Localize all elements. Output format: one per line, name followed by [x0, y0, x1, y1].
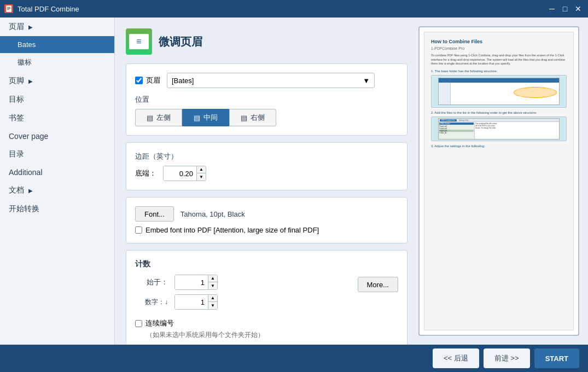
sidebar-item-header-label: 页眉	[9, 22, 24, 32]
titlebar: Total PDF Combine ─ □ ✕	[0, 0, 588, 18]
font-button[interactable]: Font...	[135, 206, 174, 222]
minimize-button[interactable]: ─	[546, 3, 557, 14]
position-right-button[interactable]: ▤ 右侧	[229, 109, 276, 126]
margin-card: 边距（英寸） 底端： ▲ ▼	[126, 142, 407, 190]
count-start-input[interactable]	[175, 275, 208, 289]
count-card: 计数 始于： ▲ ▼	[126, 250, 407, 345]
svg-rect-1	[7, 7, 10, 8]
main-layout: 页眉 Bates 徽标 页脚 目标 书签 Cover page 目录 Addit…	[0, 18, 588, 345]
sidebar-item-document[interactable]: 文档	[0, 181, 114, 200]
count-digit-row: 数字：↓ ▲ ▼	[135, 294, 218, 310]
count-digit-label: 数字：↓	[135, 298, 168, 307]
position-center-icon: ▤	[194, 114, 200, 122]
embed-font-label[interactable]: Embed font into PDF [Attention, large si…	[135, 226, 398, 234]
sidebar-item-bookmark-label: 书签	[9, 113, 24, 123]
sidebar-item-bates[interactable]: Bates	[0, 36, 114, 53]
sidebar-item-target-label: 目标	[9, 95, 24, 104]
header-row: 页眉 [Bates] ▼	[135, 73, 398, 88]
sidebar-item-footer[interactable]: 页脚	[0, 72, 114, 90]
header-checkbox[interactable]	[135, 77, 143, 84]
sidebar-item-cover[interactable]: Cover page	[0, 127, 114, 145]
sidebar-item-stamp[interactable]: 徽标	[0, 53, 114, 72]
margin-spin-down[interactable]: ▼	[197, 173, 206, 181]
preview-step3: 3. Adjust the settings in the following:	[431, 144, 567, 148]
header-checkbox-label[interactable]: 页眉	[135, 75, 160, 85]
position-left-icon: ▤	[147, 114, 153, 122]
sidebar-item-footer-label: 页脚	[9, 76, 24, 86]
seq-checkbox-label[interactable]: 连续编号	[135, 318, 398, 328]
count-start-spin-up[interactable]: ▲	[208, 275, 217, 282]
margin-section-label: 边距（英寸）	[135, 152, 398, 161]
svg-rect-3	[7, 9, 9, 10]
sidebar-item-toc-label: 目录	[9, 149, 24, 159]
preview-page-title: How to Combine Files	[431, 39, 567, 44]
font-row: Font... Tahoma, 10pt, Black	[135, 206, 398, 222]
preview-screenshot1	[431, 75, 567, 108]
margin-row: 底端： ▲ ▼	[135, 166, 398, 181]
sidebar-item-toc[interactable]: 目录	[0, 145, 114, 164]
count-start-input-wrapper: ▲ ▼	[174, 275, 218, 290]
sidebar-item-header[interactable]: 页眉	[0, 18, 114, 36]
sequential-section: 连续编号 （如果未选中系统采用每个文件夹开始） Session sequenti…	[135, 318, 398, 345]
svg-rect-2	[7, 8, 10, 9]
sidebar: 页眉 Bates 徽标 页脚 目标 书签 Cover page 目录 Addit…	[0, 18, 115, 345]
position-center-button[interactable]: ▤ 中间	[182, 109, 229, 126]
count-inputs: 始于： ▲ ▼ 数字：↓	[135, 275, 218, 314]
preview-page: How to Combine Files 1-PDFCombine Pro To…	[424, 32, 574, 330]
font-info: Tahoma, 10pt, Black	[181, 210, 245, 218]
dropdown-arrow-icon: ▼	[363, 77, 370, 85]
sidebar-item-stamp-label: 徽标	[18, 57, 32, 67]
sidebar-item-target[interactable]: 目标	[0, 90, 114, 109]
position-left-label: 左侧	[156, 113, 171, 123]
margin-spin-up[interactable]: ▲	[197, 166, 206, 173]
sidebar-item-bates-label: Bates	[18, 40, 36, 49]
position-section-label: 位置	[135, 95, 398, 104]
seq-checkbox[interactable]	[135, 320, 142, 327]
sidebar-item-additional-label: Additional	[9, 168, 43, 177]
margin-bottom-input[interactable]	[164, 166, 196, 181]
more-button[interactable]: More...	[358, 277, 398, 292]
preview-step1: 1. The base folder has the following str…	[431, 69, 567, 73]
count-start-row: 始于： ▲ ▼	[135, 275, 218, 290]
sidebar-item-cover-label: Cover page	[9, 132, 48, 141]
sidebar-item-convert-label: 开始转换	[9, 204, 39, 214]
position-left-button[interactable]: ▤ 左侧	[135, 109, 182, 126]
embed-font-checkbox[interactable]	[135, 226, 142, 234]
seq-hint: （如果未选中系统采用每个文件夹开始）	[146, 330, 398, 340]
page-header-icon	[126, 28, 152, 55]
preview-box: How to Combine Files 1-PDFCombine Pro To…	[418, 26, 579, 336]
margin-bottom-label: 底端：	[135, 168, 156, 178]
preview-text-block1: To combine PDF files using 1-Click Combi…	[431, 54, 567, 66]
position-right-label: 右侧	[251, 113, 265, 123]
app-title: Total PDF Combine	[18, 5, 79, 13]
embed-font-text: Embed font into PDF [Attention, large si…	[145, 226, 319, 234]
margin-spin-buttons: ▲ ▼	[196, 166, 206, 181]
count-digit-spin-up[interactable]: ▲	[208, 295, 217, 302]
start-button[interactable]: START	[534, 348, 579, 368]
app-icon	[4, 4, 13, 13]
header-section-card: 页眉 [Bates] ▼ 位置 ▤ 左侧 ▤ 中间	[126, 63, 407, 136]
maximize-button[interactable]: □	[560, 3, 570, 14]
forward-button[interactable]: 前进 >>	[484, 348, 530, 368]
font-card: Font... Tahoma, 10pt, Black Embed font i…	[126, 197, 407, 243]
count-digit-input[interactable]	[175, 295, 208, 309]
form-panel: 微调页眉 页眉 [Bates] ▼ 位置	[115, 18, 418, 345]
header-dropdown-value: [Bates]	[172, 77, 194, 85]
page-title: 微调页眉	[159, 34, 202, 49]
sidebar-item-additional[interactable]: Additional	[0, 164, 114, 181]
header-label-text: 页眉	[146, 75, 160, 85]
count-digit-spin-down[interactable]: ▼	[208, 302, 217, 309]
header-dropdown[interactable]: [Bates] ▼	[167, 73, 375, 88]
close-button[interactable]: ✕	[573, 3, 584, 14]
sidebar-item-convert[interactable]: 开始转换	[0, 200, 114, 218]
back-button[interactable]: << 后退	[433, 348, 479, 368]
sidebar-item-document-label: 文档	[9, 185, 24, 195]
sidebar-item-bookmark[interactable]: 书签	[0, 109, 114, 127]
count-start-label: 始于：	[135, 277, 168, 287]
titlebar-controls: ─ □ ✕	[546, 3, 584, 14]
preview-panel: How to Combine Files 1-PDFCombine Pro To…	[418, 18, 588, 345]
position-center-label: 中间	[203, 113, 218, 123]
count-section-title: 计数	[135, 259, 398, 269]
count-start-spin-down[interactable]: ▼	[208, 282, 217, 289]
content-area: 微调页眉 页眉 [Bates] ▼ 位置	[115, 18, 588, 345]
